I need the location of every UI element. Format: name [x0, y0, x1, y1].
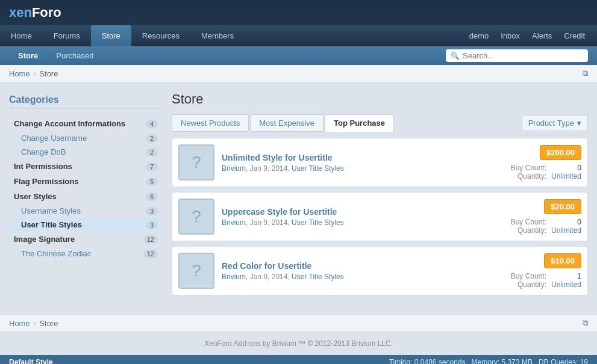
stat-label-qty-2: Quantity: — [517, 280, 546, 289]
nav-home[interactable]: Home — [0, 25, 43, 46]
nav-store[interactable]: Store — [91, 25, 131, 46]
sub-nav: Store Purchased 🔍 — [0, 46, 597, 65]
sidebar-item-flag-permissions[interactable]: Flag Permissions 5 — [9, 174, 163, 189]
nav-inbox[interactable]: Inbox — [495, 25, 526, 46]
footer-breadcrumb-home[interactable]: Home — [9, 319, 30, 328]
tab-most-expensive[interactable]: Most Expensive — [250, 114, 324, 132]
product-price-area-2: $10.00 Buy Count: 1 Quantity: Unlimited — [511, 253, 581, 289]
product-meta-2: Brivium, Jan 9, 2014, User Title Styles — [222, 273, 504, 281]
nav-credit[interactable]: Credit — [558, 25, 591, 46]
stat-label-qty-0: Quantity: — [517, 172, 546, 180]
sidebar-count-chinese-zodiac: 12 — [143, 250, 158, 258]
product-cat-2[interactable]: User Title Styles — [292, 273, 344, 281]
main-nav: Home Forums Store Resources Members demo… — [0, 25, 597, 46]
logo-foro: Foro — [32, 5, 61, 20]
breadcrumb-home[interactable]: Home — [9, 69, 30, 78]
product-author-0[interactable]: Brivium — [222, 164, 246, 173]
nav-forums[interactable]: Forums — [43, 25, 91, 46]
footer-expand-icon[interactable]: ⧉ — [583, 318, 588, 328]
product-author-1[interactable]: Brivium — [222, 218, 246, 227]
product-stats-0: Buy Count: 0 Quantity: Unlimited — [511, 164, 581, 180]
subnav-store[interactable]: Store — [9, 46, 47, 65]
expand-icon[interactable]: ⧉ — [583, 69, 588, 78]
nav-demo[interactable]: demo — [463, 25, 495, 46]
main-content: Categories Change Account Informations 4… — [0, 82, 597, 311]
style-label[interactable]: Default Style — [9, 358, 53, 364]
product-price-area-0: $200.00 Buy Count: 0 Quantity: Unlimited — [511, 145, 581, 180]
tab-top-purchase[interactable]: Top Purchase — [325, 114, 394, 132]
sidebar-label-change-dob: Change DoB — [21, 147, 66, 156]
page-title: Store — [172, 91, 588, 107]
sidebar-label-user-styles: User Styles — [14, 192, 57, 201]
status-bar: Default Style Timing: 0.0486 seconds Mem… — [0, 355, 597, 364]
sidebar-label-int-permissions: Int Permissions — [14, 162, 72, 171]
sidebar-item-user-title-styles[interactable]: User Title Styles 3 — [9, 218, 163, 232]
product-cat-0[interactable]: User Title Styles — [292, 164, 344, 173]
product-name-1[interactable]: Uppercase Style for Usertitle — [222, 207, 504, 217]
product-info-1: Uppercase Style for Usertitle Brivium, J… — [222, 207, 504, 227]
sidebar: Categories Change Account Informations 4… — [9, 91, 163, 302]
product-stats-2: Buy Count: 1 Quantity: Unlimited — [511, 272, 581, 289]
sidebar-item-username-styles[interactable]: Username Styles 3 — [9, 204, 163, 218]
product-date-0: Jan 9, 2014 — [250, 164, 288, 173]
breadcrumb-bar: Home › Store ⧉ — [0, 65, 597, 82]
product-author-2[interactable]: Brivium — [222, 273, 246, 281]
product-thumb-icon-1: ? — [192, 207, 201, 226]
nav-resources[interactable]: Resources — [131, 25, 190, 46]
sidebar-count-user-styles: 6 — [146, 193, 158, 201]
sidebar-count-change-account: 4 — [146, 120, 158, 128]
sub-nav-left: Store Purchased — [9, 46, 102, 65]
memory-text: Memory: 5.373 MB — [472, 358, 533, 364]
footer-breadcrumb-store: Store — [39, 319, 58, 328]
sidebar-item-image-signature[interactable]: Image Signature 12 — [9, 232, 163, 247]
product-list: ? Unlimited Style for Usertitle Brivium,… — [172, 138, 588, 295]
sidebar-count-flag-permissions: 5 — [146, 177, 158, 186]
footer-attribution: XenForo Add-ons by Brivium ™ © 2012-2013… — [0, 332, 597, 355]
nav-right: demo Inbox Alerts Credit — [463, 25, 597, 46]
sidebar-count-change-username: 2 — [146, 134, 158, 143]
tab-newest-products[interactable]: Newest Products — [172, 114, 249, 132]
table-row: ? Red Color for Usertitle Brivium, Jan 9… — [172, 246, 588, 295]
price-button-0[interactable]: $200.00 — [540, 145, 581, 160]
sidebar-item-user-styles[interactable]: User Styles 6 — [9, 189, 163, 204]
price-button-2[interactable]: $10.00 — [544, 253, 581, 268]
sidebar-item-change-username[interactable]: Change Username 2 — [9, 131, 163, 145]
stat-value-qty-0: Unlimited — [551, 172, 581, 180]
sidebar-item-change-dob[interactable]: Change DoB 2 — [9, 145, 163, 159]
sidebar-label-user-title-styles: User Title Styles — [21, 220, 82, 229]
nav-members[interactable]: Members — [190, 25, 245, 46]
breadcrumb-store: Store — [39, 69, 58, 78]
sidebar-count-int-permissions: 7 — [146, 162, 158, 171]
sidebar-item-change-account[interactable]: Change Account Informations 4 — [9, 116, 163, 131]
product-cat-1[interactable]: User Title Styles — [292, 218, 344, 227]
product-meta-1: Brivium, Jan 9, 2014, User Title Styles — [222, 218, 504, 227]
stat-row-qty-2: Quantity: Unlimited — [511, 280, 581, 289]
site-logo: xenForo — [9, 5, 61, 20]
stat-value-qty-2: Unlimited — [551, 280, 581, 289]
products-area: Store Newest Products Most Expensive Top… — [172, 91, 588, 302]
status-info: Timing: 0.0486 seconds Memory: 5.373 MB … — [389, 358, 588, 364]
sidebar-item-chinese-zodiac[interactable]: The Chinese Zodiac 12 — [9, 247, 163, 261]
product-thumb-2: ? — [178, 253, 214, 289]
search-input[interactable] — [463, 51, 583, 60]
sidebar-label-image-signature: Image Signature — [14, 235, 75, 244]
product-type-label: Product Type — [528, 119, 574, 128]
product-type-button[interactable]: Product Type ▾ — [522, 115, 588, 131]
product-name-2[interactable]: Red Color for Usertitle — [222, 261, 504, 271]
breadcrumb: Home › Store — [9, 69, 58, 78]
sidebar-label-change-account: Change Account Informations — [14, 119, 125, 128]
sidebar-count-change-dob: 2 — [146, 148, 158, 156]
product-name-0[interactable]: Unlimited Style for Usertitle — [222, 153, 504, 162]
product-date-1: Jan 9, 2014 — [250, 218, 288, 227]
stat-label-qty-1: Quantity: — [517, 226, 546, 235]
sidebar-label-username-styles: Username Styles — [21, 206, 81, 215]
price-button-1[interactable]: $20.00 — [544, 199, 581, 214]
subnav-purchased[interactable]: Purchased — [47, 46, 102, 65]
stat-row-buy-0: Buy Count: 0 — [511, 164, 581, 172]
breadcrumb-sep: › — [34, 70, 36, 77]
nav-alerts[interactable]: Alerts — [526, 25, 558, 46]
stat-value-qty-1: Unlimited — [551, 226, 581, 235]
product-meta-0: Brivium, Jan 9, 2014, User Title Styles — [222, 164, 504, 173]
product-thumb-1: ? — [178, 199, 214, 235]
sidebar-item-int-permissions[interactable]: Int Permissions 7 — [9, 159, 163, 174]
